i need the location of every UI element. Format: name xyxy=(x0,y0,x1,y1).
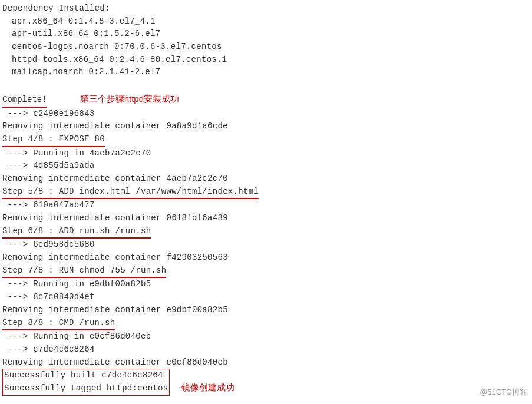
dep-line: mailcap.noarch 0:2.1.41-2.el7 xyxy=(2,66,530,79)
success-box: Successfully built c7de4c6c8264Successfu… xyxy=(2,369,170,395)
build-line: Removing intermediate container 0618fdf6… xyxy=(2,212,530,225)
build-line: ---> Running in e0cf86d040eb xyxy=(2,330,530,343)
build-line: Removing intermediate container f4290325… xyxy=(2,251,530,264)
build-line: ---> 8c7c0840d4ef xyxy=(2,291,530,304)
build-line: ---> 4d855d5a9ada xyxy=(2,160,530,173)
success-row: Successfully built c7de4c6c8264Successfu… xyxy=(2,369,530,395)
step-5-add-index: Step 5/8 : ADD index.html /var/www/html/… xyxy=(2,186,259,200)
annotation-image-created: 镜像创建成功 xyxy=(181,380,234,394)
build-line: Removing intermediate container 9a8a9d1a… xyxy=(2,120,530,133)
build-line: Removing intermediate container e9dbf00a… xyxy=(2,304,530,317)
dep-line: httpd-tools.x86_64 0:2.4.6-80.el7.centos… xyxy=(2,54,530,67)
annotation-step3-httpd: 第三个步骤httpd安装成功 xyxy=(80,92,179,105)
step-4-expose: Step 4/8 : EXPOSE 80 xyxy=(2,133,105,147)
step-8-cmd: Step 8/8 : CMD /run.sh xyxy=(2,317,115,331)
build-line: Removing intermediate container 4aeb7a2c… xyxy=(2,173,530,186)
blank-line xyxy=(2,79,530,92)
complete-text: Complete! xyxy=(2,94,47,108)
dep-line: apr-util.x86_64 0:1.5.2-6.el7 xyxy=(2,28,530,41)
complete-row: Complete!第三个步骤httpd安装成功 xyxy=(2,92,530,108)
build-line: ---> Running in e9dbf00a82b5 xyxy=(2,278,530,291)
dependency-header: Dependency Installed: xyxy=(2,2,530,15)
build-line: ---> 610a047ab477 xyxy=(2,199,530,212)
watermark-51cto: @51CTO博客 xyxy=(480,386,527,398)
dep-line: centos-logos.noarch 0:70.0.6-3.el7.cento… xyxy=(2,41,530,54)
build-line: ---> c7de4c6c8264 xyxy=(2,343,530,356)
dep-line: apr.x86_64 0:1.4.8-3.el7_4.1 xyxy=(2,15,530,28)
build-line: ---> Running in 4aeb7a2c2c70 xyxy=(2,147,530,160)
success-tagged: Successfully tagged httpd:centos xyxy=(4,383,168,393)
step-7-chmod: Step 7/8 : RUN chmod 755 /run.sh xyxy=(2,264,166,279)
build-line: Removing intermediate container e0cf86d0… xyxy=(2,356,530,369)
build-line: ---> 6ed958dc5680 xyxy=(2,239,530,251)
success-built: Successfully built c7de4c6c8264 xyxy=(4,370,163,380)
build-line: ---> c2490e196843 xyxy=(2,108,530,121)
step-6-add-runsh: Step 6/8 : ADD run.sh /run.sh xyxy=(2,225,151,239)
